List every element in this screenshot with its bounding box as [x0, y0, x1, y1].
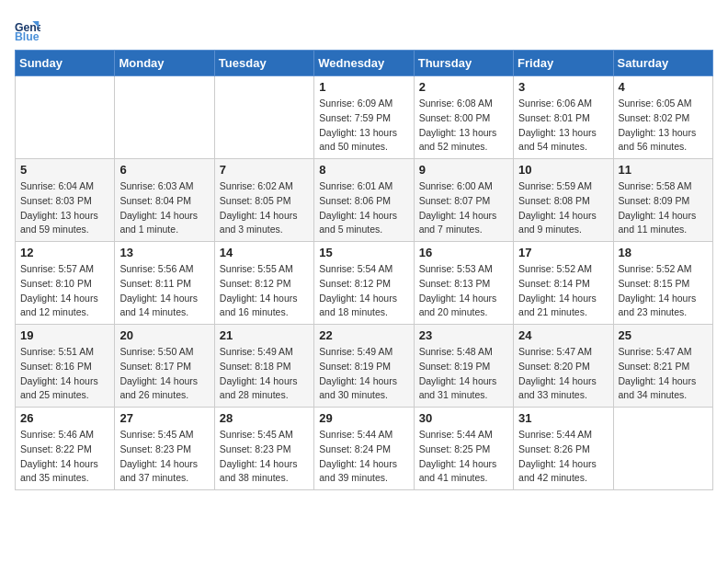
day-info: Sunrise: 5:44 AMSunset: 8:24 PMDaylight:… [319, 428, 408, 486]
calendar-cell: 15Sunrise: 5:54 AMSunset: 8:12 PMDayligh… [314, 242, 414, 325]
day-info: Sunrise: 5:58 AMSunset: 8:09 PMDaylight:… [619, 179, 708, 237]
calendar-week-row: 1Sunrise: 6:09 AMSunset: 7:59 PMDaylight… [16, 76, 713, 159]
calendar-table: SundayMondayTuesdayWednesdayThursdayFrid… [15, 50, 713, 490]
day-number: 17 [518, 246, 608, 259]
calendar-cell: 16Sunrise: 5:53 AMSunset: 8:13 PMDayligh… [414, 242, 513, 325]
day-info: Sunrise: 5:45 AMSunset: 8:23 PMDaylight:… [220, 428, 309, 486]
day-info: Sunrise: 5:49 AMSunset: 8:19 PMDaylight:… [319, 345, 408, 403]
day-info: Sunrise: 5:50 AMSunset: 8:17 PMDaylight:… [119, 345, 209, 403]
logo: General Blue [15, 15, 44, 40]
calendar-cell: 9Sunrise: 6:00 AMSunset: 8:07 PMDaylight… [414, 159, 513, 242]
calendar-cell: 10Sunrise: 5:59 AMSunset: 8:08 PMDayligh… [514, 159, 613, 242]
day-info: Sunrise: 6:06 AMSunset: 8:01 PMDaylight:… [518, 97, 608, 155]
calendar-cell: 4Sunrise: 6:05 AMSunset: 8:02 PMDaylight… [613, 76, 712, 159]
calendar-cell [115, 76, 214, 159]
day-number: 6 [119, 163, 209, 177]
day-info: Sunrise: 5:55 AMSunset: 8:12 PMDaylight:… [220, 262, 309, 320]
day-info: Sunrise: 5:47 AMSunset: 8:20 PMDaylight:… [518, 345, 608, 403]
day-info: Sunrise: 5:59 AMSunset: 8:08 PMDaylight:… [518, 179, 608, 237]
calendar-cell [214, 76, 313, 159]
day-number: 7 [220, 163, 309, 177]
day-info: Sunrise: 6:01 AMSunset: 8:06 PMDaylight:… [319, 179, 408, 237]
day-info: Sunrise: 5:52 AMSunset: 8:14 PMDaylight:… [518, 262, 608, 320]
day-info: Sunrise: 5:57 AMSunset: 8:10 PMDaylight:… [20, 262, 109, 320]
day-number: 27 [119, 411, 209, 425]
page-header: General Blue [15, 15, 713, 40]
day-of-week-header: Friday [514, 51, 613, 76]
day-number: 18 [619, 246, 708, 259]
calendar-cell: 20Sunrise: 5:50 AMSunset: 8:17 PMDayligh… [115, 325, 214, 408]
calendar-cell: 24Sunrise: 5:47 AMSunset: 8:20 PMDayligh… [514, 325, 613, 408]
calendar-week-row: 12Sunrise: 5:57 AMSunset: 8:10 PMDayligh… [16, 242, 713, 325]
day-number: 2 [419, 80, 508, 94]
day-number: 10 [518, 163, 608, 177]
day-of-week-header: Sunday [16, 51, 115, 76]
day-number: 12 [20, 246, 109, 259]
day-number: 19 [20, 328, 109, 342]
day-info: Sunrise: 5:53 AMSunset: 8:13 PMDaylight:… [419, 262, 508, 320]
calendar-cell: 26Sunrise: 5:46 AMSunset: 8:22 PMDayligh… [16, 408, 115, 490]
calendar-cell: 22Sunrise: 5:49 AMSunset: 8:19 PMDayligh… [314, 325, 414, 408]
calendar-cell: 25Sunrise: 5:47 AMSunset: 8:21 PMDayligh… [613, 325, 712, 408]
day-info: Sunrise: 6:03 AMSunset: 8:04 PMDaylight:… [119, 179, 209, 237]
calendar-cell: 19Sunrise: 5:51 AMSunset: 8:16 PMDayligh… [16, 325, 115, 408]
day-info: Sunrise: 5:49 AMSunset: 8:18 PMDaylight:… [220, 345, 309, 403]
day-number: 26 [20, 411, 109, 425]
calendar-cell: 6Sunrise: 6:03 AMSunset: 8:04 PMDaylight… [115, 159, 214, 242]
day-info: Sunrise: 5:52 AMSunset: 8:15 PMDaylight:… [619, 262, 708, 320]
day-of-week-header: Saturday [613, 51, 712, 76]
day-info: Sunrise: 6:08 AMSunset: 8:00 PMDaylight:… [419, 97, 508, 155]
calendar-cell: 21Sunrise: 5:49 AMSunset: 8:18 PMDayligh… [214, 325, 313, 408]
day-info: Sunrise: 5:45 AMSunset: 8:23 PMDaylight:… [119, 428, 209, 486]
calendar-cell: 27Sunrise: 5:45 AMSunset: 8:23 PMDayligh… [115, 408, 214, 490]
calendar-week-row: 19Sunrise: 5:51 AMSunset: 8:16 PMDayligh… [16, 325, 713, 408]
calendar-cell: 2Sunrise: 6:08 AMSunset: 8:00 PMDaylight… [414, 76, 513, 159]
logo-icon: General Blue [15, 15, 40, 40]
calendar-cell: 14Sunrise: 5:55 AMSunset: 8:12 PMDayligh… [214, 242, 313, 325]
day-number: 11 [619, 163, 708, 177]
day-number: 4 [619, 80, 708, 94]
day-number: 8 [319, 163, 408, 177]
day-number: 3 [518, 80, 608, 94]
day-info: Sunrise: 6:04 AMSunset: 8:03 PMDaylight:… [20, 179, 109, 237]
calendar-cell [613, 408, 712, 490]
day-number: 29 [319, 411, 408, 425]
day-number: 1 [319, 80, 408, 94]
calendar-cell: 29Sunrise: 5:44 AMSunset: 8:24 PMDayligh… [314, 408, 414, 490]
calendar-cell: 3Sunrise: 6:06 AMSunset: 8:01 PMDaylight… [514, 76, 613, 159]
calendar-cell: 7Sunrise: 6:02 AMSunset: 8:05 PMDaylight… [214, 159, 313, 242]
day-number: 22 [319, 328, 408, 342]
day-number: 5 [20, 163, 109, 177]
calendar-week-row: 26Sunrise: 5:46 AMSunset: 8:22 PMDayligh… [16, 408, 713, 490]
day-info: Sunrise: 5:48 AMSunset: 8:19 PMDaylight:… [419, 345, 508, 403]
day-number: 30 [419, 411, 508, 425]
day-number: 14 [220, 246, 309, 259]
day-of-week-header: Wednesday [314, 51, 414, 76]
svg-text:Blue: Blue [15, 30, 40, 40]
day-info: Sunrise: 5:44 AMSunset: 8:26 PMDaylight:… [518, 428, 608, 486]
day-info: Sunrise: 5:54 AMSunset: 8:12 PMDaylight:… [319, 262, 408, 320]
day-number: 9 [419, 163, 508, 177]
day-number: 25 [619, 328, 708, 342]
day-number: 28 [220, 411, 309, 425]
calendar-cell: 23Sunrise: 5:48 AMSunset: 8:19 PMDayligh… [414, 325, 513, 408]
day-info: Sunrise: 6:05 AMSunset: 8:02 PMDaylight:… [619, 97, 708, 155]
day-info: Sunrise: 5:47 AMSunset: 8:21 PMDaylight:… [619, 345, 708, 403]
day-of-week-header: Monday [115, 51, 214, 76]
day-info: Sunrise: 5:44 AMSunset: 8:25 PMDaylight:… [419, 428, 508, 486]
calendar-cell: 11Sunrise: 5:58 AMSunset: 8:09 PMDayligh… [613, 159, 712, 242]
day-number: 24 [518, 328, 608, 342]
day-number: 23 [419, 328, 508, 342]
day-number: 20 [119, 328, 209, 342]
day-info: Sunrise: 5:46 AMSunset: 8:22 PMDaylight:… [20, 428, 109, 486]
day-of-week-header: Tuesday [214, 51, 313, 76]
day-number: 15 [319, 246, 408, 259]
day-info: Sunrise: 5:51 AMSunset: 8:16 PMDaylight:… [20, 345, 109, 403]
calendar-cell: 28Sunrise: 5:45 AMSunset: 8:23 PMDayligh… [214, 408, 313, 490]
calendar-cell: 5Sunrise: 6:04 AMSunset: 8:03 PMDaylight… [16, 159, 115, 242]
day-number: 16 [419, 246, 508, 259]
day-number: 21 [220, 328, 309, 342]
day-info: Sunrise: 6:09 AMSunset: 7:59 PMDaylight:… [319, 97, 408, 155]
calendar-cell: 18Sunrise: 5:52 AMSunset: 8:15 PMDayligh… [613, 242, 712, 325]
calendar-cell: 1Sunrise: 6:09 AMSunset: 7:59 PMDaylight… [314, 76, 414, 159]
